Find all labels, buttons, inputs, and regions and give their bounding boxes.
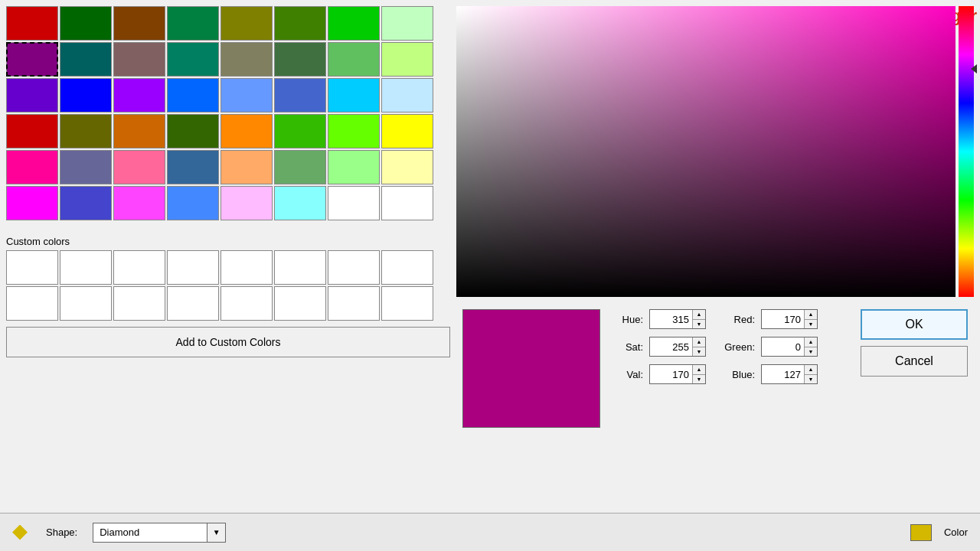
color-gradient-picker[interactable] xyxy=(456,6,956,297)
add-to-custom-colors-button[interactable]: Add to Custom Colors xyxy=(6,327,450,357)
hue-down-btn[interactable]: ▼ xyxy=(693,320,705,329)
val-spinner[interactable]: ▲ ▼ xyxy=(649,364,706,384)
basic-color-swatch[interactable] xyxy=(6,6,58,41)
custom-color-swatch[interactable] xyxy=(274,250,326,285)
custom-color-swatch[interactable] xyxy=(167,250,219,285)
basic-color-swatch[interactable] xyxy=(328,6,380,41)
custom-color-swatch[interactable] xyxy=(381,250,433,285)
custom-color-swatch[interactable] xyxy=(381,286,433,321)
basic-color-swatch[interactable] xyxy=(167,42,219,77)
blue-row: Blue: ▲ ▼ xyxy=(724,364,818,384)
basic-color-swatch[interactable] xyxy=(220,150,273,184)
basic-color-swatch[interactable] xyxy=(274,6,326,41)
ok-button[interactable]: OK xyxy=(861,309,968,340)
blue-down-btn[interactable]: ▼ xyxy=(805,375,817,384)
basic-color-swatch[interactable] xyxy=(6,114,58,148)
basic-color-swatch[interactable] xyxy=(60,114,112,148)
basic-color-swatch[interactable] xyxy=(381,6,433,41)
basic-color-swatch[interactable] xyxy=(328,114,380,148)
blue-input[interactable] xyxy=(762,365,804,383)
green-spinner[interactable]: ▲ ▼ xyxy=(761,337,818,357)
basic-color-swatch[interactable] xyxy=(381,42,433,77)
custom-color-swatch[interactable] xyxy=(6,250,58,285)
basic-color-swatch[interactable] xyxy=(167,6,219,41)
basic-color-swatch[interactable] xyxy=(328,186,380,220)
green-down-btn[interactable]: ▼ xyxy=(805,347,817,357)
hue-spinner[interactable]: ▲ ▼ xyxy=(649,309,706,329)
basic-color-swatch[interactable] xyxy=(6,186,58,220)
basic-color-swatch[interactable] xyxy=(274,78,326,112)
basic-color-swatch[interactable] xyxy=(6,42,58,77)
basic-color-swatch[interactable] xyxy=(60,78,112,112)
basic-color-swatch[interactable] xyxy=(167,114,219,148)
basic-color-swatch[interactable] xyxy=(6,78,58,112)
dropdown-arrow-icon: ▼ xyxy=(213,528,220,536)
basic-color-swatch[interactable] xyxy=(60,150,112,184)
basic-color-swatch[interactable] xyxy=(274,114,326,148)
custom-color-swatch[interactable] xyxy=(220,250,273,285)
basic-color-swatch[interactable] xyxy=(381,114,433,148)
basic-color-swatch[interactable] xyxy=(60,186,112,220)
basic-color-swatch[interactable] xyxy=(60,42,112,77)
hue-bar[interactable] xyxy=(959,6,974,297)
sat-down-btn[interactable]: ▼ xyxy=(693,347,705,357)
basic-color-swatch[interactable] xyxy=(167,78,219,112)
shape-select-input[interactable] xyxy=(93,523,207,543)
basic-color-swatch[interactable] xyxy=(113,78,165,112)
red-down-btn[interactable]: ▼ xyxy=(805,320,817,329)
basic-color-swatch[interactable] xyxy=(167,186,219,220)
ok-label: OK xyxy=(905,318,923,331)
red-input[interactable] xyxy=(762,310,804,328)
custom-color-swatch[interactable] xyxy=(60,286,112,321)
blue-spinner[interactable]: ▲ ▼ xyxy=(761,364,818,384)
green-up-btn[interactable]: ▲ xyxy=(805,337,817,347)
blue-up-btn[interactable]: ▲ xyxy=(805,365,817,375)
basic-color-swatch[interactable] xyxy=(381,78,433,112)
basic-color-swatch[interactable] xyxy=(220,78,273,112)
basic-color-swatch[interactable] xyxy=(6,150,58,184)
shape-dropdown-arrow[interactable]: ▼ xyxy=(207,523,226,543)
custom-color-swatch[interactable] xyxy=(6,286,58,321)
basic-color-swatch[interactable] xyxy=(113,150,165,184)
basic-color-swatch[interactable] xyxy=(220,42,273,77)
basic-color-swatch[interactable] xyxy=(381,150,433,184)
val-input[interactable] xyxy=(650,365,692,383)
sat-spinner[interactable]: ▲ ▼ xyxy=(649,337,706,357)
basic-color-swatch[interactable] xyxy=(274,150,326,184)
custom-color-swatch[interactable] xyxy=(328,286,380,321)
cancel-button[interactable]: Cancel xyxy=(861,346,968,377)
basic-color-swatch[interactable] xyxy=(220,186,273,220)
red-spinner[interactable]: ▲ ▼ xyxy=(761,309,818,329)
val-up-btn[interactable]: ▲ xyxy=(693,365,705,375)
val-down-btn[interactable]: ▼ xyxy=(693,375,705,384)
basic-color-swatch[interactable] xyxy=(328,78,380,112)
custom-color-swatch[interactable] xyxy=(60,250,112,285)
basic-color-swatch[interactable] xyxy=(220,114,273,148)
basic-color-swatch[interactable] xyxy=(113,186,165,220)
hue-input[interactable] xyxy=(650,310,692,328)
basic-color-swatch[interactable] xyxy=(113,42,165,77)
basic-color-swatch[interactable] xyxy=(220,6,273,41)
custom-color-swatch[interactable] xyxy=(220,286,273,321)
basic-color-swatch[interactable] xyxy=(328,150,380,184)
basic-color-swatch[interactable] xyxy=(328,42,380,77)
basic-color-swatch[interactable] xyxy=(167,150,219,184)
sat-input[interactable] xyxy=(650,337,692,356)
basic-color-swatch[interactable] xyxy=(60,6,112,41)
sat-up-btn[interactable]: ▲ xyxy=(693,337,705,347)
green-input[interactable] xyxy=(762,337,804,356)
bottom-color-dot xyxy=(910,524,932,541)
basic-color-swatch[interactable] xyxy=(113,114,165,148)
hue-up-btn[interactable]: ▲ xyxy=(693,310,705,320)
custom-color-swatch[interactable] xyxy=(113,250,165,285)
custom-color-swatch[interactable] xyxy=(113,286,165,321)
custom-color-swatch[interactable] xyxy=(328,250,380,285)
custom-color-swatch[interactable] xyxy=(274,286,326,321)
basic-color-swatch[interactable] xyxy=(274,42,326,77)
basic-color-swatch[interactable] xyxy=(113,6,165,41)
basic-color-swatch[interactable] xyxy=(274,186,326,220)
red-up-btn[interactable]: ▲ xyxy=(805,310,817,320)
basic-color-swatch[interactable] xyxy=(381,186,433,220)
custom-color-swatch[interactable] xyxy=(167,286,219,321)
sat-label: Sat: xyxy=(612,341,643,353)
